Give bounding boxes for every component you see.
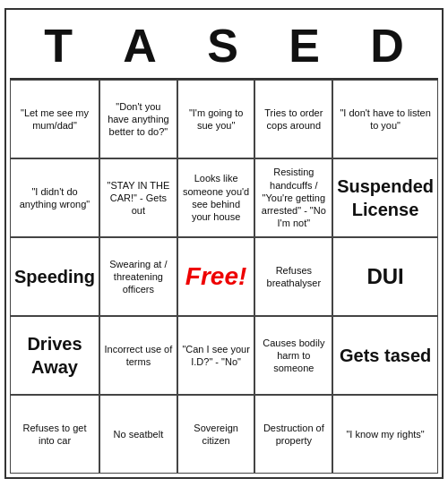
bingo-cell-22[interactable]: Sovereign citizen [177, 395, 255, 474]
bingo-title: TASED [10, 13, 438, 80]
bingo-cell-24[interactable]: "I know my rights" [332, 395, 438, 474]
bingo-cell-6[interactable]: "STAY IN THE CAR!" - Gets out [99, 158, 177, 237]
bingo-grid: "Let me see my mum/dad""Don't you have a… [10, 80, 438, 474]
bingo-cell-23[interactable]: Destruction of property [254, 395, 332, 474]
bingo-cell-4[interactable]: "I don't have to listen to you" [332, 80, 438, 158]
bingo-cell-5[interactable]: "I didn't do anything wrong" [10, 158, 99, 237]
bingo-cell-1[interactable]: "Don't you have anything better to do?" [99, 80, 177, 158]
bingo-cell-18[interactable]: Causes bodily harm to someone [254, 316, 332, 395]
bingo-cell-3[interactable]: Tries to order cops around [254, 80, 332, 158]
bingo-cell-15[interactable]: Drives Away [10, 316, 99, 395]
bingo-cell-17[interactable]: "Can I see your I.D?" - "No" [177, 316, 255, 395]
title-letter-a: A [123, 19, 157, 73]
bingo-cell-2[interactable]: "I'm going to sue you" [177, 80, 255, 158]
bingo-cell-12[interactable]: Free! [177, 237, 255, 316]
bingo-cell-8[interactable]: Resisting handcuffs / "You're getting ar… [254, 158, 332, 237]
bingo-cell-10[interactable]: Speeding [10, 237, 99, 316]
bingo-cell-13[interactable]: Refuses breathalyser [254, 237, 332, 316]
title-letter-e: E [289, 19, 320, 73]
bingo-card: TASED "Let me see my mum/dad""Don't you … [4, 8, 444, 479]
bingo-cell-9[interactable]: Suspended License [332, 158, 438, 237]
title-letter-s: S [207, 19, 238, 73]
bingo-cell-19[interactable]: Gets tased [332, 316, 438, 395]
title-letter-t: T [44, 19, 73, 73]
bingo-cell-14[interactable]: DUI [332, 237, 438, 316]
bingo-cell-21[interactable]: No seatbelt [99, 395, 177, 474]
bingo-cell-20[interactable]: Refuses to get into car [10, 395, 99, 474]
bingo-cell-11[interactable]: Swearing at / threatening officers [99, 237, 177, 316]
title-letter-d: D [370, 19, 404, 73]
bingo-cell-16[interactable]: Incorrect use of terms [99, 316, 177, 395]
bingo-cell-7[interactable]: Looks like someone you'd see behind your… [177, 158, 255, 237]
bingo-cell-0[interactable]: "Let me see my mum/dad" [10, 80, 99, 158]
